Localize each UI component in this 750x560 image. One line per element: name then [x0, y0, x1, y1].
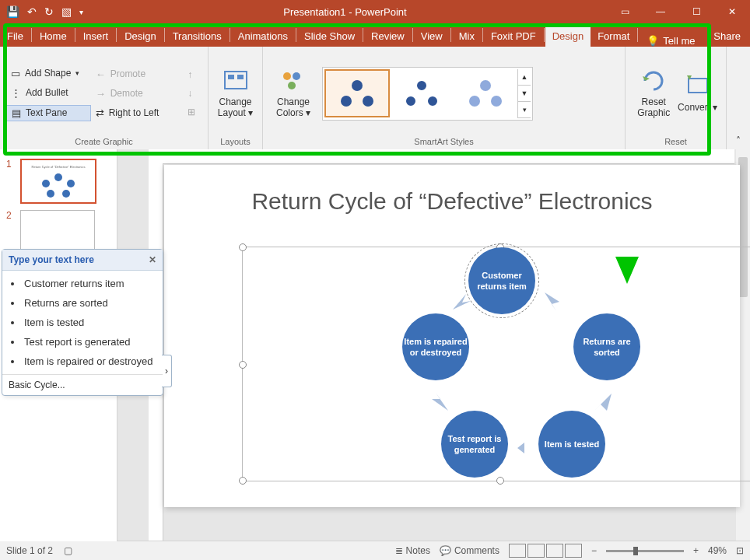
ribbon-display-icon[interactable]: ▭	[607, 0, 643, 23]
tab-transitions[interactable]: Transitions	[166, 26, 229, 47]
text-pane-item[interactable]: Returns are sorted	[23, 293, 159, 313]
arrow-up-icon: ↑	[188, 69, 192, 80]
tab-smartart-design[interactable]: Design	[545, 26, 591, 47]
smartart-selection[interactable]: Customer returns item Returns are sorted…	[242, 247, 750, 481]
add-shape-button[interactable]: ▭Add Shape▾	[6, 66, 91, 81]
text-pane-item[interactable]: Item is repaired or destroyed	[23, 352, 159, 371]
slide-title[interactable]: Return Cycle of “Defective” Electronics	[164, 188, 740, 215]
slide-indicator[interactable]: Slide 1 of 2	[6, 545, 53, 556]
sorter-view-button[interactable]	[527, 544, 545, 558]
tab-mix[interactable]: Mix	[452, 26, 482, 47]
group-create-graphic: ▭Add Shape▾ ⋮Add Bullet ▤Text Pane ←Prom…	[0, 47, 209, 149]
tab-smartart-format[interactable]: Format	[591, 26, 636, 47]
svg-point-3	[283, 72, 291, 80]
normal-view-button[interactable]	[509, 544, 526, 558]
change-colors-button[interactable]: Change Colors ▾	[269, 68, 317, 118]
layout-icon: ⊞	[188, 107, 195, 117]
svg-point-4	[293, 72, 300, 80]
svg-point-14	[491, 96, 502, 107]
tab-view[interactable]: View	[414, 26, 450, 47]
tab-design[interactable]: Design	[117, 26, 163, 47]
notes-icon: ≣	[395, 545, 403, 556]
text-pane-item[interactable]: Customer returns item	[23, 274, 159, 293]
arrow-down-icon: ↓	[188, 88, 192, 99]
tab-foxit[interactable]: Foxit PDF	[484, 26, 543, 47]
slide-thumb-1[interactable]: Return Cycle of "Defective" Electronics	[20, 159, 96, 204]
collapse-ribbon-icon[interactable]: ˄	[736, 135, 741, 146]
text-pane-title: Type your text here	[9, 254, 94, 265]
slide-canvas[interactable]: Return Cycle of “Defective” Electronics …	[164, 165, 740, 507]
tab-review[interactable]: Review	[364, 26, 412, 47]
tell-me-search[interactable]: 💡Tell me	[639, 35, 703, 47]
undo-icon[interactable]: ↶	[27, 5, 37, 18]
style-option-3[interactable]	[454, 70, 517, 117]
redo-icon[interactable]: ↻	[44, 5, 54, 18]
gallery-scroll-down[interactable]: ▼	[518, 86, 531, 102]
zoom-out-button[interactable]: −	[591, 545, 597, 556]
quick-access-toolbar: 💾 ↶ ↻ ▧ ▾	[0, 5, 83, 18]
comments-button[interactable]: 💬Comments	[440, 545, 499, 556]
svg-point-20	[47, 190, 54, 198]
style-option-1[interactable]	[324, 69, 390, 117]
zoom-slider[interactable]	[606, 550, 684, 552]
spell-check-icon[interactable]: ▢	[64, 545, 72, 556]
minimize-icon[interactable]: —	[643, 0, 678, 23]
demote-icon: →	[96, 88, 106, 100]
tab-file[interactable]: File	[0, 26, 30, 47]
style-option-2[interactable]	[390, 70, 454, 117]
svg-point-12	[480, 80, 491, 91]
thumb-number: 2	[6, 210, 16, 221]
text-pane-list[interactable]: Customer returns item Returns are sorted…	[5, 274, 159, 371]
change-colors-icon	[281, 68, 306, 93]
cycle-node-3[interactable]: Item is tested	[538, 411, 605, 478]
maximize-icon[interactable]: ☐	[678, 0, 714, 23]
cycle-node-2[interactable]: Returns are sorted	[573, 313, 640, 380]
slide-thumb-2[interactable]	[20, 210, 95, 254]
cycle-node-5[interactable]: Item is repaired or destroyed	[402, 313, 469, 380]
tab-animations[interactable]: Animations	[231, 26, 295, 47]
reset-graphic-button[interactable]: Reset Graphic	[632, 68, 676, 118]
save-icon[interactable]: 💾	[6, 5, 19, 18]
text-pane-item[interactable]: Item is tested	[23, 313, 159, 332]
close-icon[interactable]: ✕	[714, 0, 750, 23]
change-layout-button[interactable]: Change Layout ▾	[215, 68, 256, 118]
reading-view-button[interactable]	[546, 544, 563, 558]
gallery-more-button[interactable]: ▾	[518, 102, 531, 118]
slideshow-view-button[interactable]	[565, 544, 582, 558]
thumb-number: 1	[6, 159, 16, 170]
group-smartart-styles: Change Colors ▾ ▲ ▼ ▾ SmartArt Styles	[263, 47, 626, 149]
horizontal-ruler	[163, 149, 734, 164]
group-label: Create Graphic	[6, 137, 202, 148]
svg-point-19	[62, 190, 70, 198]
text-pane-close-icon[interactable]: ✕	[149, 254, 156, 265]
svg-point-9	[416, 80, 427, 91]
text-pane-item[interactable]: Test report is generated	[23, 332, 159, 352]
fit-to-window-button[interactable]: ⊡	[736, 545, 744, 556]
tab-insert[interactable]: Insert	[76, 26, 116, 47]
svg-rect-1	[228, 75, 234, 79]
text-pane-footer[interactable]: Basic Cycle...	[2, 375, 163, 395]
start-from-beginning-icon[interactable]: ▧	[61, 5, 72, 18]
cycle-node-4[interactable]: Test report is generated	[441, 411, 508, 478]
text-pane-button[interactable]: ▤Text Pane	[6, 105, 91, 121]
svg-point-11	[427, 96, 438, 107]
zoom-level[interactable]: 49%	[708, 545, 727, 556]
gallery-scroll-up[interactable]: ▲	[518, 69, 531, 86]
convert-button[interactable]: Convert ▾	[676, 74, 720, 113]
tab-slideshow[interactable]: Slide Show	[297, 26, 362, 47]
share-button[interactable]: Share	[704, 26, 750, 47]
cycle-node-1[interactable]: Customer returns item	[468, 247, 535, 314]
add-bullet-button[interactable]: ⋮Add Bullet	[6, 86, 91, 100]
text-pane-icon: ▤	[12, 107, 21, 119]
notes-button[interactable]: ≣Notes	[395, 545, 430, 556]
right-to-left-button[interactable]: ⇄Right to Left	[91, 106, 184, 121]
window-title: Presentation1 - PowerPoint	[83, 6, 607, 18]
smartart-text-pane[interactable]: › Type your text here ✕ Customer returns…	[2, 249, 163, 396]
style-gallery: ▲ ▼ ▾	[322, 67, 533, 121]
slide-editor[interactable]: Return Cycle of “Defective” Electronics …	[117, 149, 750, 541]
svg-point-6	[352, 80, 363, 91]
zoom-in-button[interactable]: +	[693, 545, 699, 556]
cycle-arrow-icon	[593, 391, 616, 415]
text-pane-toggle-tab[interactable]: ›	[162, 355, 172, 387]
tab-home[interactable]: Home	[33, 26, 74, 47]
